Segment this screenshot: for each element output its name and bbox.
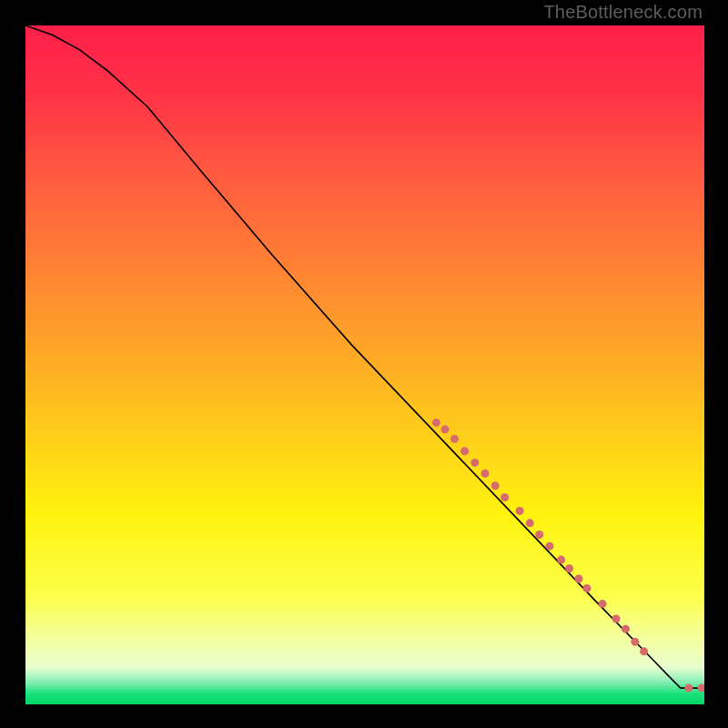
curve-marker (545, 542, 553, 551)
curve-marker (574, 574, 582, 582)
curve-marker (622, 625, 630, 633)
chart-svg (25, 25, 704, 704)
curve-marker (535, 531, 543, 539)
curve-marker (460, 447, 469, 455)
curve-marker (631, 638, 639, 646)
curve-marker (612, 615, 621, 623)
curve-marker (684, 684, 693, 693)
curve-marker (441, 425, 450, 433)
attribution-text: TheBottleneck.com (543, 2, 703, 23)
curve-marker (557, 556, 565, 564)
curve-marker (565, 564, 573, 572)
curve-marker (640, 647, 648, 655)
plot-area (25, 25, 704, 704)
curve-marker (599, 600, 607, 608)
chart-stage: TheBottleneck.com (0, 0, 728, 728)
curve-marker (481, 470, 490, 478)
curve-marker (450, 435, 459, 443)
curve-marker (432, 419, 440, 427)
curve-marker (516, 507, 524, 515)
curve-marker (582, 584, 591, 592)
curve-marker (500, 493, 509, 501)
curve-marker (470, 459, 479, 467)
curve-marker (526, 519, 534, 527)
curve-marker (491, 481, 500, 490)
